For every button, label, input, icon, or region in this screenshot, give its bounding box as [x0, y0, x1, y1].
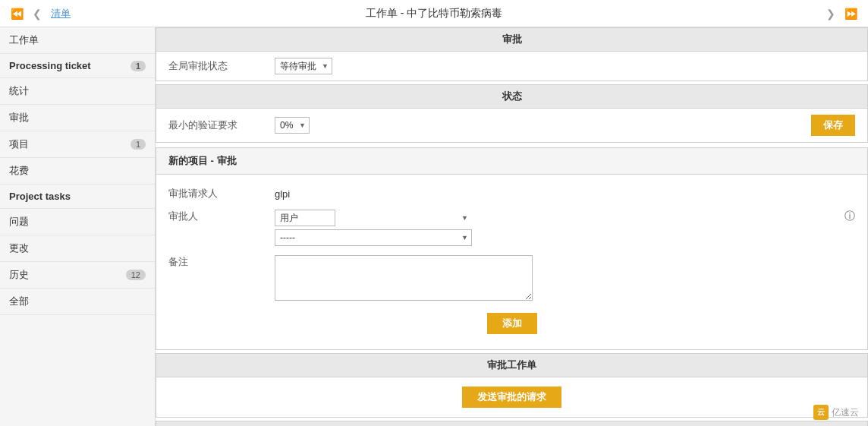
sidebar-item-label: 项目 [9, 137, 29, 151]
sidebar-item-label: Project tasks [9, 191, 71, 202]
sidebar-badge: 1 [131, 61, 146, 71]
note-label: 备注 [168, 255, 275, 269]
send-approval-button[interactable]: 发送审批的请求 [462, 387, 561, 408]
note-row: 备注 [168, 251, 855, 305]
nav-arrows-left[interactable]: ⏪ ❮ [8, 6, 45, 21]
no-project-section: 没有发现项目 [156, 421, 868, 426]
sidebar: 工作单 Processing ticket 1 统计 审批 项目 1 花费 Pr… [0, 27, 156, 426]
sidebar-item-label: 审批 [9, 111, 29, 125]
next-page-arrow[interactable]: ❯ [823, 6, 838, 21]
save-button[interactable]: 保存 [811, 115, 855, 136]
sidebar-item-processing[interactable]: Processing ticket 1 [0, 54, 155, 78]
sidebar-item-history[interactable]: 历史 12 [0, 262, 155, 289]
send-approval-section: 发送审批的请求 [156, 377, 868, 418]
sidebar-item-all[interactable]: 全部 [0, 289, 155, 315]
approve-workorder-header: 审批工作单 [156, 353, 868, 377]
note-textarea[interactable] [275, 255, 533, 301]
prev-page-arrow[interactable]: ❮ [30, 6, 45, 21]
sidebar-item-label: Processing ticket [9, 60, 91, 71]
min-validation-label: 最小的验证要求 [168, 118, 275, 132]
sidebar-item-statistics[interactable]: 统计 [0, 78, 155, 105]
new-item-form: 审批请求人 glpi 审批人 用户 ----- [156, 175, 868, 350]
approver-row: 审批人 用户 ----- ⓘ [168, 205, 855, 251]
first-page-arrow[interactable]: ⏪ [8, 6, 27, 21]
add-button-row: 添加 [168, 305, 855, 342]
logo-icon: 云 [813, 405, 829, 420]
last-page-arrow[interactable]: ⏩ [841, 6, 860, 21]
sidebar-item-label: 更改 [9, 241, 29, 255]
sidebar-item-workorder[interactable]: 工作单 [0, 27, 155, 54]
sidebar-item-label: 花费 [9, 164, 29, 178]
sidebar-item-changes[interactable]: 更改 [0, 235, 155, 262]
sidebar-item-label: 历史 [9, 268, 29, 282]
sidebar-badge: 12 [126, 270, 146, 280]
sidebar-item-project-tasks[interactable]: Project tasks [0, 185, 155, 209]
requester-row: 审批请求人 glpi [168, 182, 855, 205]
global-status-row: 全局审批状态 等待审批 [156, 52, 868, 81]
min-validation-select[interactable]: 0% [275, 117, 310, 134]
new-item-header: 新的项目 - 审批 [156, 147, 868, 175]
approver-type-select[interactable]: 用户 [275, 210, 335, 226]
sidebar-item-label: 全部 [9, 295, 29, 308]
watermark: 云 亿速云 [813, 405, 859, 420]
sidebar-item-project[interactable]: 项目 1 [0, 131, 155, 158]
breadcrumb-link[interactable]: 清单 [51, 7, 71, 21]
approval-section-header: 审批 [156, 27, 868, 52]
add-button[interactable]: 添加 [487, 313, 537, 334]
watermark-text: 亿速云 [832, 406, 859, 419]
status-section-header: 状态 [156, 84, 868, 109]
sidebar-badge: 1 [131, 139, 146, 150]
sidebar-item-approval[interactable]: 审批 [0, 105, 155, 131]
top-navigation: ⏪ ❮ 清单 工作单 - 中了比特币勒索病毒 ❯ ⏩ [0, 0, 868, 27]
page-title: 工作单 - 中了比特币勒索病毒 [366, 7, 502, 21]
min-validation-select-wrapper: 0% [275, 117, 310, 134]
requester-value: glpi [275, 188, 290, 200]
approver-select-wrapper: ----- [275, 229, 472, 246]
requester-label: 审批请求人 [168, 187, 275, 200]
validation-row: 最小的验证要求 0% 保存 [156, 109, 868, 143]
sidebar-item-label: 问题 [9, 215, 29, 229]
approver-select[interactable]: ----- [275, 229, 472, 246]
approver-label: 审批人 [168, 210, 275, 223]
sidebar-item-label: 统计 [9, 84, 29, 98]
approver-type-select-wrapper: 用户 [275, 210, 472, 226]
content-area: 审批 全局审批状态 等待审批 状态 最小的验证要求 0% 保存 新的项目 - 审… [156, 27, 868, 426]
main-layout: 工作单 Processing ticket 1 统计 审批 项目 1 花费 Pr… [0, 27, 868, 426]
global-status-select[interactable]: 等待审批 [275, 58, 332, 74]
nav-arrows-right[interactable]: ❯ ⏩ [823, 6, 860, 21]
global-status-label: 全局审批状态 [168, 59, 275, 73]
sidebar-item-expense[interactable]: 花费 [0, 158, 155, 185]
sidebar-item-issues[interactable]: 问题 [0, 209, 155, 235]
info-icon[interactable]: ⓘ [844, 210, 855, 223]
global-status-select-wrapper: 等待审批 [275, 58, 332, 74]
sidebar-item-label: 工作单 [9, 33, 39, 47]
